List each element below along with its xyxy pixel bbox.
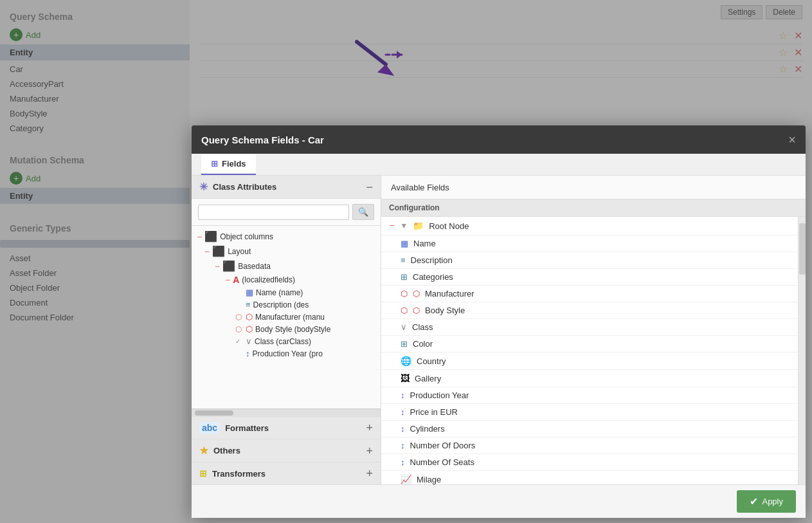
node-label: Object columns: [220, 232, 273, 241]
tree-node-object-columns[interactable]: − ⬛ Object columns: [192, 229, 381, 244]
field-icon-price: ↕: [401, 407, 405, 417]
field-row-milage[interactable]: 📈 Milage: [381, 471, 798, 484]
search-box: 🔍: [192, 199, 381, 226]
formatters-add-button[interactable]: +: [366, 422, 373, 434]
tree-node-layout[interactable]: − ⬛ Layout: [192, 244, 381, 259]
tree-node-production-year[interactable]: ↕ Production Year (pro: [192, 347, 381, 360]
field-row-country[interactable]: 🌐 Country: [381, 353, 798, 370]
field-label: Root Node: [429, 221, 469, 231]
field-icon-gallery: 🖼: [401, 373, 410, 383]
node-icon: A: [233, 275, 239, 285]
field-row-description[interactable]: ≡ Description: [381, 252, 798, 269]
transformers-label: Transformers: [212, 469, 266, 479]
field-row-color[interactable]: ⊞ Color: [381, 336, 798, 353]
node-icon: ⬛: [222, 260, 235, 272]
left-panel: ✳ Class Attributes − 🔍 − ⬛ Object column…: [192, 176, 381, 484]
tree-container: − ⬛ Object columns − ⬛ Layout − ⬛ Baseda…: [192, 226, 381, 408]
node-label: Basedata: [238, 262, 271, 271]
right-panel: Available Fields Configuration − ▼ 📁 Roo…: [381, 176, 806, 484]
field-icon-country: 🌐: [401, 356, 411, 366]
class-attributes-icon: ✳: [199, 181, 208, 193]
toggle-icon: ✓: [235, 338, 243, 345]
field-row-class[interactable]: ∨ Class: [381, 319, 798, 336]
field-row-production-year[interactable]: ↕ Production Year: [381, 387, 798, 404]
class-attributes-label: Class Attributes: [213, 182, 276, 192]
apply-button[interactable]: ✔ Apply: [737, 490, 796, 513]
apply-label: Apply: [762, 497, 783, 506]
formatters-header[interactable]: abc Formatters +: [192, 417, 381, 439]
available-fields-label: Available Fields: [391, 183, 449, 192]
node-icon: ⬛: [212, 245, 225, 257]
class-attributes-collapse-button[interactable]: −: [366, 181, 373, 193]
field-icon-bodystyle: ⬡: [401, 306, 408, 315]
field-row-cylinders[interactable]: ↕ Cylinders: [381, 421, 798, 437]
field-label: Class: [412, 322, 433, 332]
node-label: Description (des: [253, 300, 309, 309]
field-label: Description: [411, 255, 453, 265]
modal-close-button[interactable]: ×: [788, 133, 796, 146]
others-label: Others: [213, 446, 240, 455]
field-icon-name: ▦: [401, 239, 408, 248]
root-toggle-icon: ▼: [400, 221, 408, 230]
field-icon-milage: 📈: [401, 474, 411, 484]
field-icon-seats: ↕: [401, 457, 405, 467]
tree-node-basedata[interactable]: − ⬛ Basedata: [192, 259, 381, 273]
search-input[interactable]: [198, 205, 349, 220]
field-icon-color: ⊞: [401, 339, 408, 349]
fields-tab-icon: ⊞: [211, 159, 218, 169]
others-add-button[interactable]: +: [366, 445, 373, 457]
transformers-header[interactable]: ⊞ Transformers +: [192, 463, 381, 484]
tab-fields[interactable]: ⊞ Fields: [201, 154, 256, 175]
field-row-seats[interactable]: ↕ Number Of Seats: [381, 454, 798, 471]
modal-header: Query Schema Fields - Car ×: [192, 125, 806, 154]
node-label: Production Year (pro: [253, 349, 323, 358]
field-row-gallery[interactable]: 🖼 Gallery: [381, 370, 798, 387]
tree-node-name[interactable]: ▦ Name (name): [192, 286, 381, 298]
node-label: Class (carClass): [255, 337, 311, 346]
field-label: Body Style: [425, 306, 465, 315]
node-icon: ▦: [246, 288, 253, 297]
tree-node-manufacturer[interactable]: ⬡ ⬡ Manufacturer (manu: [192, 311, 381, 323]
right-scrollbar[interactable]: [798, 217, 806, 484]
search-button[interactable]: 🔍: [352, 204, 374, 220]
toggle-icon: −: [215, 261, 220, 271]
modal-body: ✳ Class Attributes − 🔍 − ⬛ Object column…: [192, 176, 806, 484]
modal-footer: ✔ Apply: [192, 484, 806, 518]
field-label: Name: [413, 239, 436, 248]
node-icon: ≡: [246, 300, 251, 309]
others-icon: ★: [199, 445, 208, 457]
field-label: Number Of Seats: [410, 457, 474, 467]
field-icon-folder: 📁: [413, 221, 424, 231]
field-icon-class: ∨: [401, 322, 407, 332]
tree-node-localizedfields[interactable]: − A (localizedfields): [192, 273, 381, 286]
field-label: Milage: [417, 475, 441, 484]
scroll-thumb: [195, 410, 233, 416]
toggle-icon: ⬡: [235, 313, 242, 322]
field-row-doors[interactable]: ↕ Number Of Doors: [381, 437, 798, 454]
field-row-manufacturer[interactable]: ⬡ ⬡ Manufacturer: [381, 286, 798, 302]
toggle-icon: −: [197, 232, 202, 242]
field-row-root-node[interactable]: − ▼ 📁 Root Node: [381, 217, 798, 235]
tree-node-description[interactable]: ≡ Description (des: [192, 298, 381, 311]
field-row-categories[interactable]: ⊞ Categories: [381, 269, 798, 286]
field-label: Color: [413, 339, 433, 349]
others-header[interactable]: ★ Others +: [192, 439, 381, 462]
node-label: Body Style (bodyStyle: [255, 325, 330, 334]
node-label: Manufacturer (manu: [255, 313, 325, 322]
check-icon: ✔: [750, 495, 758, 508]
tree-node-class[interactable]: ✓ ∨ Class (carClass): [192, 335, 381, 347]
modal-title: Query Schema Fields - Car: [201, 134, 324, 145]
transformers-add-button[interactable]: +: [366, 468, 373, 479]
field-row-price[interactable]: ↕ Price in EUR: [381, 404, 798, 421]
horizontal-scrollbar[interactable]: [192, 408, 381, 416]
fields-list: − ▼ 📁 Root Node ▦ Name ≡ Description: [381, 217, 798, 484]
tree-node-bodystyle[interactable]: ⬡ ⬡ Body Style (bodyStyle: [192, 323, 381, 335]
class-attributes-header[interactable]: ✳ Class Attributes −: [192, 176, 381, 199]
transformers-icon: ⊞: [199, 468, 207, 479]
node-icon: ⬛: [204, 230, 217, 243]
node-icon: ↕: [246, 349, 250, 358]
field-row-name[interactable]: ▦ Name: [381, 235, 798, 252]
field-row-bodystyle[interactable]: ⬡ ⬡ Body Style: [381, 302, 798, 319]
node-icon: ⬡: [246, 324, 253, 334]
field-icon-manufacturer2: ⬡: [413, 289, 420, 298]
